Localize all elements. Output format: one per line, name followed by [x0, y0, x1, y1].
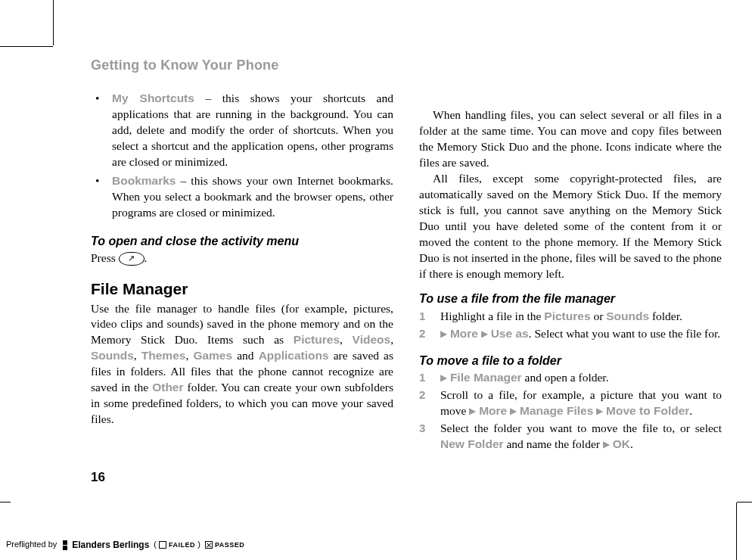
step-row: 2 ▶ More ▶ Use as. Select what you want …: [419, 326, 722, 342]
ui-label-games: Games: [193, 349, 232, 362]
elanders-logo-icon: [63, 540, 67, 550]
subheading-use-file: To use a file from the file manager: [419, 291, 722, 307]
chevron-right-icon: ▶: [440, 328, 447, 339]
step-text: ▶ File Manager and open a folder.: [440, 370, 722, 386]
ui-label-new-folder: New Folder: [440, 437, 504, 450]
chevron-right-icon: ▶: [596, 406, 603, 416]
ui-label-more: More: [450, 327, 478, 340]
ui-label-pictures: Pictures: [544, 310, 590, 322]
paragraph: When handling files, you can select seve…: [419, 107, 722, 171]
ui-label-ok: OK: [613, 437, 630, 450]
ui-label-file-manager: File Manager: [450, 371, 522, 384]
step-number: 3: [419, 421, 440, 453]
ui-label-my-shortcuts: My Shortcuts: [112, 92, 194, 104]
page-number: 16: [91, 469, 722, 487]
failed-group: ( FAILED ): [154, 539, 200, 550]
crop-mark: [0, 46, 53, 47]
ui-label-applications: Applications: [259, 349, 329, 362]
preflight-footer: Preflighted by Elanders Berlings ( FAILE…: [6, 539, 244, 551]
subheading-open-close-activity: To open and close the activity menu: [91, 233, 393, 250]
ui-label-pictures: Pictures: [294, 333, 340, 346]
passed-group: PASSED: [205, 539, 244, 550]
step-number: 2: [419, 387, 440, 419]
step-row: 3 Select the folder you want to move the…: [419, 421, 722, 453]
brand-name: Elanders Berlings: [72, 539, 149, 551]
column-left: • My Shortcuts – this shows your shortcu…: [91, 91, 393, 453]
step-text: ▶ More ▶ Use as. Select what you want to…: [440, 326, 722, 342]
ui-label-other: Other: [152, 381, 183, 394]
ui-label-sounds: Sounds: [91, 349, 134, 362]
chevron-right-icon: ▶: [510, 406, 517, 416]
ui-label-videos: Videos: [353, 333, 391, 346]
ui-label-more: More: [479, 404, 507, 417]
step-number: 2: [419, 326, 440, 342]
press-instruction: Press .: [91, 250, 393, 266]
paragraph: Use the file manager to handle files (fo…: [91, 301, 393, 428]
ui-label-use-as: Use as: [491, 327, 529, 340]
paragraph: All files, except some copyright-protect…: [419, 171, 722, 282]
step-text: Scroll to a file, for example, a picture…: [440, 387, 722, 419]
step-text: Select the folder you want to move the f…: [440, 421, 722, 453]
chevron-right-icon: ▶: [481, 328, 488, 339]
heading-file-manager: File Manager: [91, 278, 393, 300]
bullet-text: My Shortcuts – this shows your shortcuts…: [112, 91, 393, 170]
chevron-right-icon: ▶: [440, 372, 447, 383]
ui-label-sounds: Sounds: [606, 310, 649, 322]
checkbox-checked-icon: [205, 541, 213, 549]
ui-label-themes: Themes: [141, 349, 186, 362]
running-header: Getting to Know Your Phone: [91, 56, 722, 74]
bullet: •: [91, 173, 112, 221]
bullet-text: Bookmarks – this shows your own Internet…: [112, 173, 393, 221]
list-item: • My Shortcuts – this shows your shortcu…: [91, 91, 393, 170]
crop-mark: [0, 502, 11, 502]
crop-mark: [53, 0, 54, 45]
step-row: 1 Highlight a file in the Pictures or So…: [419, 309, 722, 325]
preflight-label: Preflighted by: [6, 539, 57, 550]
ui-label-move-to-folder: Move to Folder: [606, 404, 689, 417]
column-right: When handling files, you can select seve…: [419, 91, 722, 453]
chevron-right-icon: ▶: [603, 439, 610, 450]
step-number: 1: [419, 370, 440, 386]
ui-label-bookmarks: Bookmarks: [112, 174, 176, 187]
step-text: Highlight a file in the Pictures or Soun…: [440, 309, 722, 325]
list-item: • Bookmarks – this shows your own Intern…: [91, 173, 393, 221]
crop-mark: [737, 502, 752, 502]
chevron-right-icon: ▶: [469, 406, 476, 416]
checkbox-icon: [159, 541, 166, 549]
subheading-move-file: To move a file to a folder: [419, 353, 722, 369]
bullet: •: [91, 91, 112, 170]
step-row: 2 Scroll to a file, for example, a pictu…: [419, 387, 722, 419]
step-number: 1: [419, 309, 440, 325]
step-row: 1 ▶ File Manager and open a folder.: [419, 370, 722, 386]
crop-mark: [736, 502, 737, 560]
ui-label-manage-files: Manage Files: [520, 404, 593, 417]
page-content: Getting to Know Your Phone • My Shortcut…: [91, 56, 722, 487]
activity-key-icon: [119, 252, 144, 266]
